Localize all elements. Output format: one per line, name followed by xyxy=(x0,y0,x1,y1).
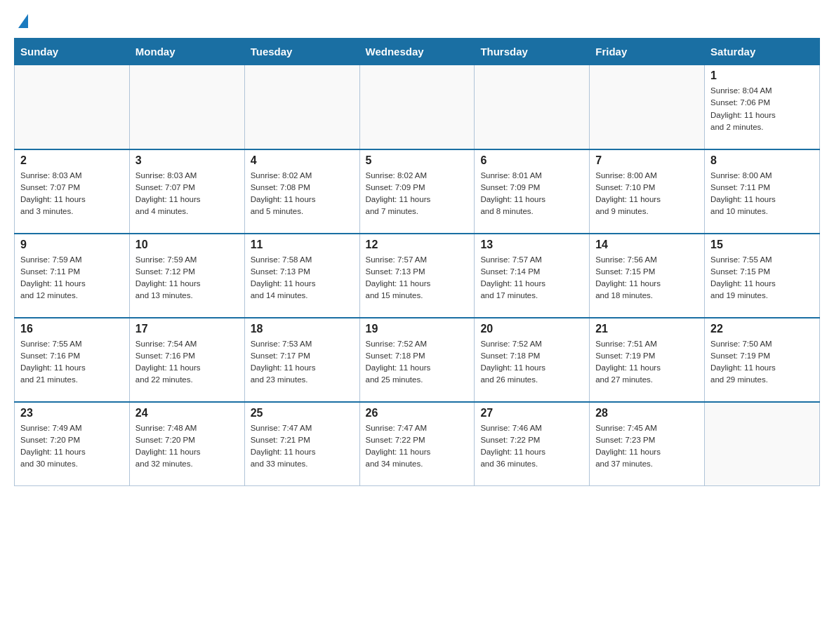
weekday-header-wednesday: Wednesday xyxy=(359,39,475,65)
weekday-header-friday: Friday xyxy=(590,39,705,65)
calendar-cell: 23Sunrise: 7:49 AM Sunset: 7:20 PM Dayli… xyxy=(15,402,130,486)
day-info: Sunrise: 8:00 AM Sunset: 7:11 PM Dayligh… xyxy=(710,170,814,218)
day-number: 6 xyxy=(480,154,583,167)
day-info: Sunrise: 7:50 AM Sunset: 7:19 PM Dayligh… xyxy=(710,338,814,387)
calendar-cell: 21Sunrise: 7:51 AM Sunset: 7:19 PM Dayli… xyxy=(590,318,705,402)
calendar-cell: 4Sunrise: 8:02 AM Sunset: 7:08 PM Daylig… xyxy=(244,149,359,234)
calendar-cell xyxy=(705,402,820,486)
day-info: Sunrise: 8:03 AM Sunset: 7:07 PM Dayligh… xyxy=(135,170,239,218)
day-number: 14 xyxy=(595,239,699,251)
day-info: Sunrise: 7:51 AM Sunset: 7:19 PM Dayligh… xyxy=(595,338,699,387)
calendar-cell: 10Sunrise: 7:59 AM Sunset: 7:12 PM Dayli… xyxy=(129,234,244,318)
day-info: Sunrise: 7:57 AM Sunset: 7:13 PM Dayligh… xyxy=(366,254,469,302)
calendar-cell: 18Sunrise: 7:53 AM Sunset: 7:17 PM Dayli… xyxy=(244,318,359,402)
calendar-week-row: 23Sunrise: 7:49 AM Sunset: 7:20 PM Dayli… xyxy=(15,402,820,486)
day-info: Sunrise: 7:47 AM Sunset: 7:21 PM Dayligh… xyxy=(251,422,354,471)
day-number: 3 xyxy=(135,154,239,167)
calendar-week-row: 2Sunrise: 8:03 AM Sunset: 7:07 PM Daylig… xyxy=(15,149,820,234)
day-info: Sunrise: 7:54 AM Sunset: 7:16 PM Dayligh… xyxy=(135,338,239,387)
calendar-cell xyxy=(590,65,705,149)
day-number: 26 xyxy=(366,407,469,420)
day-number: 2 xyxy=(20,154,124,167)
weekday-header-saturday: Saturday xyxy=(705,39,820,65)
day-number: 13 xyxy=(480,239,583,251)
calendar-cell: 5Sunrise: 8:02 AM Sunset: 7:09 PM Daylig… xyxy=(359,149,475,234)
day-number: 22 xyxy=(710,323,814,335)
calendar-cell: 20Sunrise: 7:52 AM Sunset: 7:18 PM Dayli… xyxy=(475,318,590,402)
day-info: Sunrise: 7:49 AM Sunset: 7:20 PM Dayligh… xyxy=(20,422,124,471)
logo xyxy=(14,14,32,27)
day-number: 20 xyxy=(480,323,583,335)
day-number: 4 xyxy=(251,154,354,167)
calendar-cell: 9Sunrise: 7:59 AM Sunset: 7:11 PM Daylig… xyxy=(15,234,130,318)
calendar-cell: 22Sunrise: 7:50 AM Sunset: 7:19 PM Dayli… xyxy=(705,318,820,402)
day-number: 21 xyxy=(595,323,699,335)
calendar-cell xyxy=(129,65,244,149)
calendar-cell: 26Sunrise: 7:47 AM Sunset: 7:22 PM Dayli… xyxy=(359,402,475,486)
calendar-cell xyxy=(359,65,475,149)
calendar-cell: 12Sunrise: 7:57 AM Sunset: 7:13 PM Dayli… xyxy=(359,234,475,318)
calendar-cell: 7Sunrise: 8:00 AM Sunset: 7:10 PM Daylig… xyxy=(590,149,705,234)
day-info: Sunrise: 7:47 AM Sunset: 7:22 PM Dayligh… xyxy=(366,422,469,471)
day-info: Sunrise: 7:57 AM Sunset: 7:14 PM Dayligh… xyxy=(480,254,583,302)
day-info: Sunrise: 7:58 AM Sunset: 7:13 PM Dayligh… xyxy=(251,254,354,302)
calendar-cell: 13Sunrise: 7:57 AM Sunset: 7:14 PM Dayli… xyxy=(475,234,590,318)
calendar-cell: 1Sunrise: 8:04 AM Sunset: 7:06 PM Daylig… xyxy=(705,65,820,149)
calendar-cell: 8Sunrise: 8:00 AM Sunset: 7:11 PM Daylig… xyxy=(705,149,820,234)
day-info: Sunrise: 7:52 AM Sunset: 7:18 PM Dayligh… xyxy=(366,338,469,387)
weekday-header-sunday: Sunday xyxy=(15,39,130,65)
day-number: 16 xyxy=(20,323,124,335)
calendar-table: SundayMondayTuesdayWednesdayThursdayFrid… xyxy=(14,38,820,486)
calendar-cell xyxy=(475,65,590,149)
calendar-cell: 3Sunrise: 8:03 AM Sunset: 7:07 PM Daylig… xyxy=(129,149,244,234)
day-info: Sunrise: 8:00 AM Sunset: 7:10 PM Dayligh… xyxy=(595,170,699,218)
day-info: Sunrise: 8:04 AM Sunset: 7:06 PM Dayligh… xyxy=(710,85,814,133)
day-number: 12 xyxy=(366,239,469,251)
calendar-cell: 24Sunrise: 7:48 AM Sunset: 7:20 PM Dayli… xyxy=(129,402,244,486)
calendar-cell: 28Sunrise: 7:45 AM Sunset: 7:23 PM Dayli… xyxy=(590,402,705,486)
weekday-header-row: SundayMondayTuesdayWednesdayThursdayFrid… xyxy=(15,39,820,65)
day-info: Sunrise: 8:02 AM Sunset: 7:08 PM Dayligh… xyxy=(251,170,354,218)
day-number: 19 xyxy=(366,323,469,335)
calendar-cell: 2Sunrise: 8:03 AM Sunset: 7:07 PM Daylig… xyxy=(15,149,130,234)
day-number: 11 xyxy=(251,239,354,251)
day-info: Sunrise: 7:55 AM Sunset: 7:16 PM Dayligh… xyxy=(20,338,124,387)
calendar-cell: 19Sunrise: 7:52 AM Sunset: 7:18 PM Dayli… xyxy=(359,318,475,402)
day-info: Sunrise: 8:03 AM Sunset: 7:07 PM Dayligh… xyxy=(20,170,124,218)
day-info: Sunrise: 7:52 AM Sunset: 7:18 PM Dayligh… xyxy=(480,338,583,387)
day-info: Sunrise: 7:53 AM Sunset: 7:17 PM Dayligh… xyxy=(251,338,354,387)
day-number: 5 xyxy=(366,154,469,167)
calendar-week-row: 16Sunrise: 7:55 AM Sunset: 7:16 PM Dayli… xyxy=(15,318,820,402)
calendar-cell: 17Sunrise: 7:54 AM Sunset: 7:16 PM Dayli… xyxy=(129,318,244,402)
weekday-header-tuesday: Tuesday xyxy=(244,39,359,65)
day-info: Sunrise: 7:59 AM Sunset: 7:12 PM Dayligh… xyxy=(135,254,239,302)
day-number: 25 xyxy=(251,407,354,420)
day-info: Sunrise: 7:56 AM Sunset: 7:15 PM Dayligh… xyxy=(595,254,699,302)
day-number: 18 xyxy=(251,323,354,335)
day-number: 27 xyxy=(480,407,583,420)
logo-triangle-icon xyxy=(18,14,28,28)
day-number: 17 xyxy=(135,323,239,335)
day-info: Sunrise: 7:59 AM Sunset: 7:11 PM Dayligh… xyxy=(20,254,124,302)
page-header xyxy=(14,14,820,27)
calendar-cell: 14Sunrise: 7:56 AM Sunset: 7:15 PM Dayli… xyxy=(590,234,705,318)
calendar-cell: 11Sunrise: 7:58 AM Sunset: 7:13 PM Dayli… xyxy=(244,234,359,318)
weekday-header-monday: Monday xyxy=(129,39,244,65)
day-info: Sunrise: 7:45 AM Sunset: 7:23 PM Dayligh… xyxy=(595,422,699,471)
day-info: Sunrise: 8:02 AM Sunset: 7:09 PM Dayligh… xyxy=(366,170,469,218)
day-number: 7 xyxy=(595,154,699,167)
calendar-week-row: 9Sunrise: 7:59 AM Sunset: 7:11 PM Daylig… xyxy=(15,234,820,318)
day-number: 15 xyxy=(710,239,814,251)
day-number: 28 xyxy=(595,407,699,420)
calendar-cell: 27Sunrise: 7:46 AM Sunset: 7:22 PM Dayli… xyxy=(475,402,590,486)
calendar-cell: 16Sunrise: 7:55 AM Sunset: 7:16 PM Dayli… xyxy=(15,318,130,402)
weekday-header-thursday: Thursday xyxy=(475,39,590,65)
calendar-cell xyxy=(15,65,130,149)
calendar-cell: 15Sunrise: 7:55 AM Sunset: 7:15 PM Dayli… xyxy=(705,234,820,318)
day-number: 8 xyxy=(710,154,814,167)
day-number: 1 xyxy=(710,69,814,82)
day-number: 10 xyxy=(135,239,239,251)
calendar-cell: 6Sunrise: 8:01 AM Sunset: 7:09 PM Daylig… xyxy=(475,149,590,234)
day-number: 24 xyxy=(135,407,239,420)
calendar-cell xyxy=(244,65,359,149)
